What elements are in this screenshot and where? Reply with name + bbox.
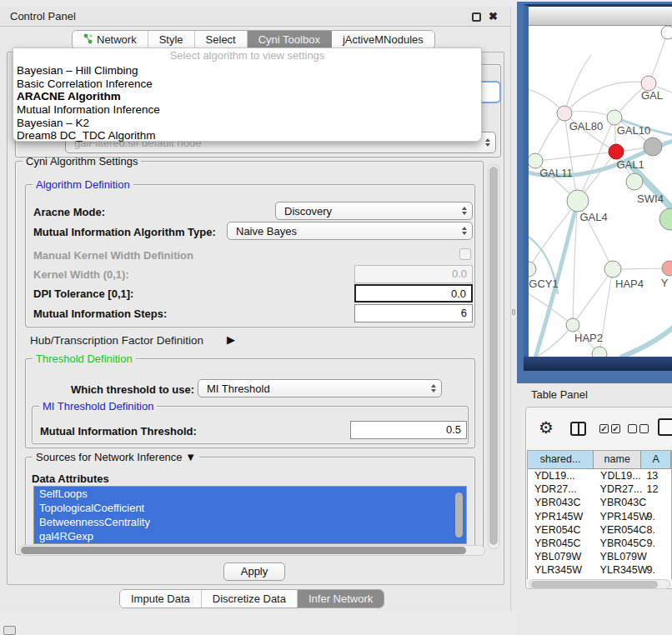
node-label: GAL11: [539, 167, 573, 179]
network-node-gal10[interactable]: [607, 110, 622, 125]
network-canvas[interactable]: GALGAL80GAL10GAL1GAL11SWI4GAL4GCY1HAP4YH…: [529, 26, 672, 357]
dpi-tolerance-field[interactable]: 0.0: [354, 284, 473, 302]
kernel-width-field[interactable]: 0.0: [354, 265, 473, 283]
network-node-hap4[interactable]: [604, 261, 621, 278]
table-row[interactable]: YBR045CYBR045C9.: [528, 537, 671, 550]
network-node[interactable]: [659, 208, 672, 230]
data-attributes-list[interactable]: SelfLoopsTopologicalCoefficientBetweenne…: [33, 486, 467, 544]
table-row[interactable]: YDR27...YDR27...12: [528, 482, 671, 496]
settings-vertical-scrollbar-thumb[interactable]: [489, 167, 498, 545]
table-cell: YER054C: [594, 523, 642, 537]
node-label: GAL10: [617, 124, 650, 137]
table-horizontal-scrollbar[interactable]: [529, 579, 670, 589]
tab-select[interactable]: Select: [195, 31, 248, 48]
mi-algorithm-type-label: Mutual Information Algorithm Type:: [33, 226, 216, 238]
splitter-handle[interactable]: [512, 309, 515, 315]
network-node-swi4[interactable]: [626, 173, 643, 190]
select-all-checkbox-icon[interactable]: ✓: [611, 424, 620, 433]
table-function-icon[interactable]: [658, 418, 672, 436]
table-cell: [642, 496, 671, 509]
network-node-gal4[interactable]: [567, 190, 589, 212]
mi-algorithm-type-combobox[interactable]: Naive Bayes: [227, 222, 473, 240]
attribute-item[interactable]: TopologicalCoefficient: [34, 501, 466, 515]
hub-expand-arrow-icon[interactable]: ▶: [227, 333, 235, 346]
attributes-scrollbar[interactable]: [455, 488, 464, 542]
deselect-all-checkbox-icon[interactable]: [639, 424, 649, 433]
column-header[interactable]: A: [641, 451, 671, 469]
table-cell: 13: [641, 469, 671, 482]
column-header[interactable]: name: [594, 451, 641, 469]
deselect-all-checkbox-icon[interactable]: [628, 424, 637, 433]
settings-vertical-scrollbar[interactable]: [488, 164, 499, 549]
table-row[interactable]: YLR345WYLR345W9.: [528, 563, 671, 577]
table-row[interactable]: YPR145WYPR145W9.: [528, 510, 671, 523]
which-threshold-combobox[interactable]: MI Threshold: [198, 379, 442, 398]
attribute-item[interactable]: BetweennessCentrality: [34, 515, 466, 529]
cyni-bottom-tabs: Impute DataDiscretize DataInfer Network: [119, 589, 384, 608]
network-node-gcy1[interactable]: [529, 262, 536, 277]
algorithm-dropdown-popup: Select algorithm to view settings Bayesi…: [13, 48, 482, 142]
network-icon: [83, 33, 93, 47]
tab-style[interactable]: Style: [148, 31, 195, 48]
column-visibility-icon[interactable]: [570, 422, 586, 436]
dropdown-item[interactable]: Mutual Information Inference: [13, 103, 481, 117]
network-node-gal80[interactable]: [557, 106, 572, 121]
minimized-panel-icon[interactable]: [3, 626, 16, 635]
network-node-hap2[interactable]: [566, 318, 579, 332]
network-node[interactable]: [644, 138, 662, 156]
node-label: GAL: [641, 89, 663, 102]
apply-button[interactable]: Apply: [223, 562, 285, 581]
which-threshold-label: Which threshold to use:: [71, 383, 194, 396]
dropdown-item[interactable]: Dream8 DC_TDC Algorithm: [13, 129, 481, 142]
tab-impute-data[interactable]: Impute Data: [120, 590, 202, 608]
settings-horizontal-scrollbar[interactable]: [18, 545, 485, 556]
manual-kernel-width-checkbox[interactable]: [459, 248, 471, 260]
settings-horizontal-scrollbar-thumb[interactable]: [21, 547, 466, 554]
mi-steps-field[interactable]: 6: [354, 304, 473, 322]
mi-threshold-title: MI Threshold Definition: [39, 400, 157, 412]
dropdown-placeholder: Select algorithm to view settings: [13, 48, 481, 64]
table-row[interactable]: YBL079WYBL079W: [528, 550, 671, 563]
table-row[interactable]: YBR043CYBR043C: [528, 496, 671, 509]
kernel-width-label: Kernel Width (0,1):: [33, 268, 129, 281]
gear-icon[interactable]: ⚙: [539, 419, 554, 436]
table-header-row: shared...nameA: [528, 451, 671, 469]
attribute-item[interactable]: gal4RGexp: [34, 529, 466, 543]
attributes-scrollbar-thumb[interactable]: [455, 492, 463, 538]
mi-algorithm-type-value: Naive Bayes: [236, 225, 297, 238]
aracne-mode-combobox[interactable]: Discovery: [275, 202, 473, 220]
mi-threshold-field[interactable]: 0.5: [350, 421, 467, 439]
float-window-icon[interactable]: [472, 12, 481, 22]
close-icon[interactable]: ✖: [489, 10, 498, 22]
table-row[interactable]: YDL19...YDL19...13: [528, 469, 671, 482]
table-cell: 9.: [642, 563, 671, 577]
tab-cyni-toolbox[interactable]: Cyni Toolbox: [248, 31, 332, 48]
network-node-gal1[interactable]: [609, 144, 624, 159]
tab-network[interactable]: Network: [73, 31, 148, 48]
network-window-bottom-border: [524, 357, 672, 371]
hub-section-label[interactable]: Hub/Transcription Factor Definition: [30, 334, 203, 347]
node-label: GCY1: [529, 278, 558, 290]
mi-threshold-label: Mutual Information Threshold:: [40, 425, 197, 438]
tab-jactivemnodules[interactable]: jActiveMNodules: [332, 31, 434, 48]
control-panel-titlebar: Control Panel ✖: [0, 7, 510, 27]
dropdown-item[interactable]: Basic Correlation Inference: [13, 78, 481, 91]
table-cell: [642, 550, 671, 563]
dropdown-item[interactable]: Bayesian – Hill Climbing: [13, 64, 481, 78]
node-label: GAL80: [569, 120, 603, 132]
sources-collapse-arrow-icon[interactable]: ▼: [185, 451, 196, 463]
column-header[interactable]: shared...: [528, 451, 594, 469]
dropdown-item[interactable]: ARACNE Algorithm: [13, 90, 481, 103]
dropdown-item[interactable]: Bayesian – K2: [13, 117, 481, 130]
table-cell: YPR145W: [594, 510, 642, 523]
network-node[interactable]: [661, 26, 672, 39]
attribute-item[interactable]: SelfLoops: [34, 487, 466, 501]
table-horizontal-scrollbar-thumb[interactable]: [531, 581, 658, 588]
network-node-y[interactable]: [662, 261, 672, 276]
table-row[interactable]: YER054CYER054C8.: [528, 523, 671, 537]
table-cell: 8.: [642, 523, 671, 537]
tab-infer-network[interactable]: Infer Network: [298, 590, 384, 608]
tab-discretize-data[interactable]: Discretize Data: [202, 590, 298, 608]
network-window-titlebar[interactable]: [529, 7, 672, 26]
select-all-checkbox-icon[interactable]: ✓: [599, 424, 609, 433]
